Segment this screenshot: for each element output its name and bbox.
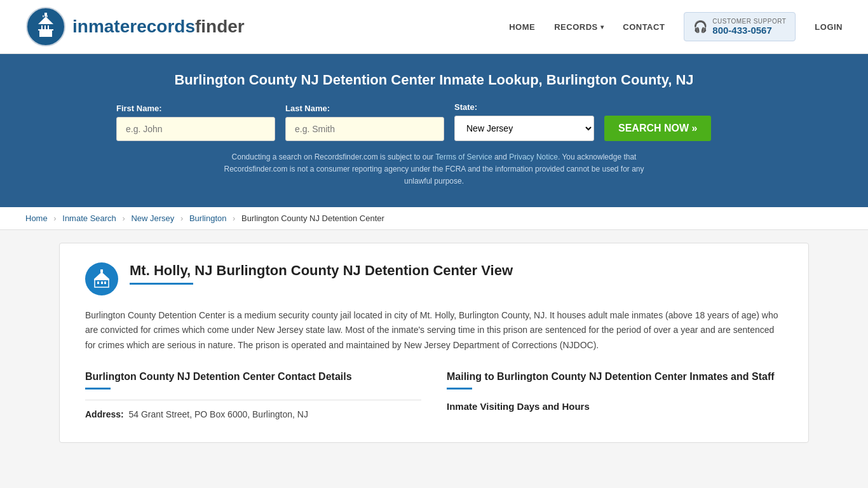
contact-underline [85, 388, 111, 390]
customer-support-phone: 800-433-0567 [712, 25, 786, 36]
logo-text: inmaterecordsfinder [72, 17, 245, 37]
svg-rect-5 [38, 29, 53, 30]
breadcrumb-sep-3: › [180, 214, 183, 223]
site-header: inmaterecordsfinder HOME RECORDS ▾ CONTA… [0, 0, 868, 54]
facility-header: Mt. Holly, NJ Burlington County NJ Deten… [85, 262, 783, 295]
svg-rect-8 [43, 15, 44, 17]
chevron-down-icon: ▾ [600, 24, 604, 30]
nav-records[interactable]: RECORDS ▾ [554, 22, 604, 32]
breadcrumb-sep-2: › [122, 214, 125, 223]
address-label: Address: [85, 409, 124, 419]
breadcrumb-burlington[interactable]: Burlington [189, 214, 227, 223]
svg-rect-1 [39, 30, 52, 37]
state-label: State: [454, 102, 594, 112]
first-name-label: First Name: [116, 104, 275, 113]
tos-link[interactable]: Terms of Service [435, 152, 492, 161]
nav-login[interactable]: LOGIN [815, 22, 843, 32]
svg-rect-11 [97, 281, 99, 284]
search-form: First Name: Last Name: State: New Jersey… [116, 102, 752, 141]
breadcrumb-sep-4: › [233, 214, 235, 223]
mailing-column: Mailing to Burlington County NJ Detentio… [447, 371, 783, 423]
svg-rect-9 [46, 15, 48, 17]
svg-rect-14 [94, 279, 109, 280]
last-name-input[interactable] [285, 117, 444, 141]
privacy-link[interactable]: Privacy Notice [509, 152, 558, 161]
first-name-input[interactable] [116, 117, 275, 141]
nav-home[interactable]: HOME [509, 22, 535, 32]
svg-rect-12 [101, 281, 103, 284]
breadcrumb-new-jersey[interactable]: New Jersey [131, 214, 174, 223]
contact-divider [85, 400, 421, 400]
breadcrumb-sep-1: › [53, 214, 56, 223]
search-banner: Burlington County NJ Detention Center In… [0, 54, 868, 207]
facility-title-block: Mt. Holly, NJ Burlington County NJ Deten… [130, 262, 513, 285]
main-content: Mt. Holly, NJ Burlington County NJ Deten… [59, 243, 809, 443]
first-name-group: First Name: [116, 104, 275, 141]
address-value: 54 Grant Street, PO Box 6000, Burlington… [128, 409, 308, 419]
search-button[interactable]: SEARCH NOW » [604, 116, 711, 141]
state-group: State: New Jersey Alabama Alaska Califor… [454, 102, 594, 141]
breadcrumb: Home › Inmate Search › New Jersey › Burl… [0, 207, 868, 230]
facility-description: Burlington County Detention Center is a … [85, 308, 783, 353]
search-disclaimer: Conducting a search on Recordsfinder.com… [25, 151, 843, 188]
customer-support-label: CUSTOMER SUPPORT [712, 18, 786, 25]
search-banner-title: Burlington County NJ Detention Center In… [25, 72, 843, 88]
contact-details-column: Burlington County NJ Detention Center Co… [85, 371, 421, 423]
last-name-label: Last Name: [285, 104, 444, 113]
state-select[interactable]: New Jersey Alabama Alaska California New… [454, 116, 594, 141]
breadcrumb-current: Burlington County NJ Detention Center [241, 214, 384, 223]
visiting-subsection-title: Inmate Visiting Days and Hours [447, 401, 783, 412]
facility-icon [85, 262, 118, 295]
svg-rect-13 [104, 281, 106, 284]
nav-contact[interactable]: CONTACT [623, 22, 665, 32]
mailing-underline [447, 388, 472, 390]
headphone-icon: 🎧 [693, 20, 707, 34]
facility-title: Mt. Holly, NJ Burlington County NJ Deten… [130, 262, 513, 279]
mailing-section-title: Mailing to Burlington County NJ Detentio… [447, 371, 783, 383]
two-column-section: Burlington County NJ Detention Center Co… [85, 371, 783, 423]
logo-icon [25, 6, 66, 47]
svg-marker-15 [94, 272, 109, 279]
contact-section-title: Burlington County NJ Detention Center Co… [85, 371, 421, 383]
svg-rect-16 [100, 269, 103, 273]
address-row: Address: 54 Grant Street, PO Box 6000, B… [85, 409, 421, 419]
customer-support-box: 🎧 CUSTOMER SUPPORT 800-433-0567 [684, 12, 796, 41]
building-icon [92, 269, 111, 288]
last-name-group: Last Name: [285, 104, 444, 141]
breadcrumb-home[interactable]: Home [25, 214, 48, 223]
main-nav: HOME RECORDS ▾ CONTACT 🎧 CUSTOMER SUPPOR… [509, 12, 843, 41]
logo: inmaterecordsfinder [25, 6, 245, 47]
title-underline [130, 283, 193, 285]
breadcrumb-inmate-search[interactable]: Inmate Search [62, 214, 116, 223]
